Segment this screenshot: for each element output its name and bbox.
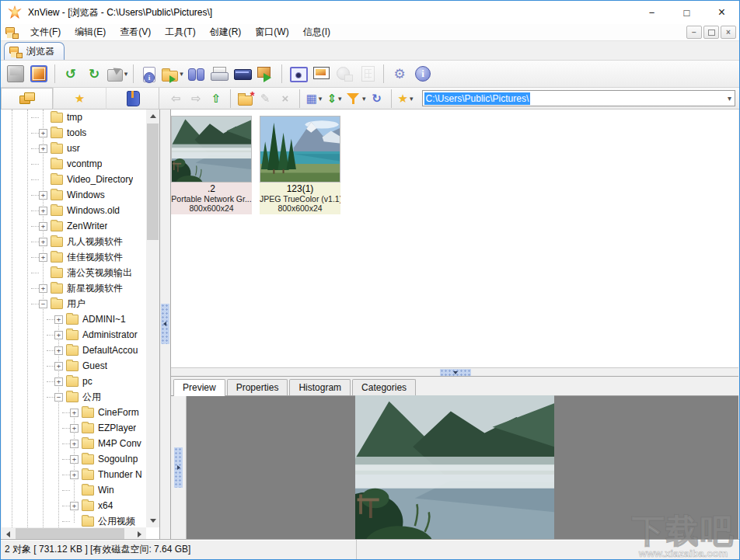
thumbnail-item[interactable]: 123(1) JPEG TrueColor (v1.1) 800x600x24 — [260, 116, 340, 214]
tree-item[interactable]: − 公用 — [2, 389, 146, 405]
title-bar[interactable]: XnView - [浏览器 - C:\Users\Public\Pictures… — [1, 1, 739, 24]
tree-item[interactable]: + SogouInp — [2, 451, 146, 467]
tree-item[interactable]: + CineForm — [2, 405, 146, 420]
menu-item-6[interactable]: 信息(I) — [296, 23, 337, 41]
dropdown-arrow-icon[interactable]: ▾ — [319, 95, 323, 103]
convert-button[interactable]: ▾ — [106, 63, 128, 85]
new-folder-button[interactable] — [236, 89, 254, 108]
splitter-collapse-handle[interactable] — [161, 304, 169, 344]
menu-item-3[interactable]: 工具(T) — [158, 23, 202, 41]
expander-icon[interactable]: + — [70, 424, 79, 433]
thumbnail-image[interactable] — [171, 116, 252, 183]
delete-button[interactable]: × — [276, 89, 295, 108]
panel-tab-folders[interactable] — [1, 88, 54, 110]
tree-item[interactable]: Video_Directory — [2, 172, 146, 187]
tree-browser-splitter[interactable] — [160, 110, 171, 541]
mdi-restore-button[interactable] — [703, 26, 719, 39]
close-button[interactable]: × — [704, 1, 739, 24]
web-export-button[interactable] — [333, 63, 355, 85]
dropdown-arrow-icon[interactable]: ▾ — [180, 70, 183, 78]
expander-icon[interactable]: + — [39, 129, 47, 137]
tree-item[interactable]: + Thunder N — [2, 467, 146, 482]
sort-button[interactable]: ⇕▾ — [325, 89, 344, 108]
print-button[interactable] — [208, 63, 230, 85]
fullscreen-button[interactable] — [28, 63, 50, 85]
tree-item[interactable]: + pc — [2, 374, 146, 389]
tree-item[interactable]: + 凡人视频软件 — [2, 234, 146, 249]
browser-view-button[interactable] — [5, 63, 26, 85]
expander-icon[interactable]: + — [39, 207, 47, 215]
tree-item[interactable]: Win — [2, 482, 146, 498]
tab-preview[interactable]: Preview — [173, 379, 225, 396]
expander-icon[interactable]: + — [39, 238, 47, 246]
view-mode-button[interactable]: ▦▾ — [305, 89, 323, 108]
contact-sheet-button[interactable] — [357, 63, 379, 85]
dropdown-arrow-icon[interactable]: ▾ — [338, 95, 342, 103]
edit-button[interactable]: ✎ — [256, 89, 274, 108]
tree-item[interactable]: tmp — [2, 110, 146, 125]
expander-icon[interactable]: + — [70, 471, 79, 479]
thumbnail-browser-pane[interactable]: .2 Portable Network Gr... 800x600x24 123… — [171, 110, 738, 367]
menu-item-5[interactable]: 窗口(W) — [248, 23, 295, 41]
tree-item[interactable]: + 佳佳视频软件 — [2, 249, 146, 265]
rotate-right-button[interactable]: ↻ — [83, 63, 105, 85]
tree-item[interactable]: + Administrator — [2, 327, 146, 343]
scroll-up-button[interactable] — [146, 110, 159, 123]
forward-button[interactable]: ⇨ — [187, 89, 205, 108]
maximize-button[interactable]: □ — [669, 1, 704, 24]
up-folder-button[interactable]: ⇧ — [207, 89, 225, 108]
expander-icon[interactable]: + — [39, 191, 47, 200]
horizontal-scroll-thumb[interactable] — [16, 528, 124, 540]
search-button[interactable] — [185, 63, 207, 85]
expander-icon[interactable]: + — [70, 455, 79, 464]
capture-button[interactable] — [287, 63, 309, 85]
menu-item-1[interactable]: 编辑(E) — [68, 23, 113, 41]
tree-item[interactable]: 公用视频 — [2, 513, 146, 527]
panel-tab-catalog[interactable] — [106, 88, 159, 110]
expander-icon[interactable]: + — [70, 440, 79, 448]
expander-icon[interactable]: − — [39, 300, 47, 308]
tab-categories[interactable]: Categories — [352, 379, 416, 395]
tree-item[interactable]: 蒲公英视频输出 — [2, 265, 146, 280]
tree-item[interactable]: + Guest — [2, 358, 146, 374]
vertical-scroll-thumb[interactable] — [147, 123, 159, 240]
tree-item[interactable]: + Windows — [2, 187, 146, 203]
address-dropdown-icon[interactable]: ▾ — [724, 94, 735, 103]
thumbnail-image[interactable] — [260, 116, 340, 183]
expander-icon[interactable]: + — [54, 346, 63, 355]
refresh-button[interactable]: ↻ — [368, 89, 386, 108]
tree-item[interactable]: + DefaultAccou — [2, 343, 146, 358]
tab-browser[interactable]: 浏览器 — [4, 42, 65, 60]
about-button[interactable] — [412, 63, 434, 85]
expander-icon[interactable]: + — [39, 253, 47, 262]
thumbnail-item[interactable]: .2 Portable Network Gr... 800x600x24 — [171, 116, 252, 214]
dropdown-arrow-icon[interactable]: ▾ — [362, 95, 366, 103]
expander-icon[interactable]: + — [54, 362, 63, 370]
menu-item-2[interactable]: 查看(V) — [113, 23, 158, 41]
mdi-document-icon[interactable] — [5, 26, 19, 38]
expander-icon[interactable]: + — [39, 144, 47, 153]
scroll-down-button[interactable] — [146, 514, 159, 527]
splitter-collapse-handle[interactable] — [440, 369, 471, 376]
tree-item[interactable]: + EZPlayer — [2, 420, 146, 436]
file-info-button[interactable] — [138, 63, 160, 85]
tree-item[interactable]: + M4P Conv — [2, 436, 146, 451]
scan-button[interactable] — [232, 63, 253, 85]
filter-button[interactable]: ▾ — [345, 89, 366, 108]
settings-button[interactable]: ⚙ — [389, 63, 410, 85]
expander-icon[interactable]: − — [54, 393, 63, 402]
minimize-button[interactable]: − — [634, 1, 669, 24]
tree-item[interactable]: + Windows.old — [2, 203, 146, 218]
tree-item[interactable]: + tools — [2, 125, 146, 141]
splitter-collapse-handle[interactable] — [174, 447, 183, 488]
expander-icon[interactable]: + — [54, 377, 63, 386]
batch-convert-button[interactable] — [255, 63, 277, 85]
menu-item-4[interactable]: 创建(R) — [203, 23, 249, 41]
dropdown-arrow-icon[interactable]: ▾ — [410, 95, 414, 103]
tree-item[interactable]: + x64 — [2, 498, 146, 513]
expander-icon[interactable]: + — [39, 284, 47, 293]
slideshow-button[interactable] — [310, 63, 332, 85]
open-folder-button[interactable]: ▾ — [162, 63, 183, 85]
expander-icon[interactable]: + — [70, 409, 79, 417]
panel-tab-favorites[interactable]: ★ — [54, 88, 106, 110]
